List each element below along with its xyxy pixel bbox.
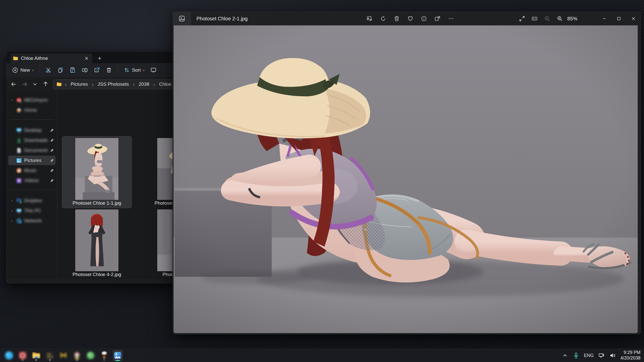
close-icon <box>631 16 636 21</box>
taskbar-clock[interactable]: 9:29 PM 4/20/2038 <box>620 350 640 361</box>
more-button[interactable] <box>446 14 456 24</box>
sidebar-item-megasync[interactable]: › MEGAsync <box>8 95 56 105</box>
cut-button[interactable] <box>43 65 54 75</box>
rename-button[interactable]: A <box>79 65 90 75</box>
sidebar-item-label: Home <box>24 107 54 113</box>
sidebar-item-label: Pictures <box>24 158 48 163</box>
recent-locations-button[interactable] <box>30 80 39 88</box>
file-tile-photoset-chloe-4-2[interactable]: Photoset Chloe 4-2.jpg <box>62 208 132 279</box>
taskbar-app-file-explorer[interactable] <box>31 350 41 361</box>
share-button[interactable] <box>92 65 102 75</box>
tray-chevron-up-icon[interactable] <box>562 352 568 359</box>
expand-chevron-icon[interactable]: › <box>10 219 14 223</box>
taskbar-app-beer[interactable] <box>99 350 109 361</box>
photos-toolbar <box>365 12 456 25</box>
toolbar-separator <box>39 66 40 74</box>
plus-circle-icon <box>12 67 18 73</box>
sidebar-item-label: Music <box>24 168 48 173</box>
network-icon[interactable] <box>598 352 605 359</box>
delete-button[interactable] <box>104 65 114 75</box>
pin-icon <box>50 158 54 163</box>
sidebar-item-home[interactable]: Home <box>8 105 56 115</box>
sidebar-item-label: Desktop <box>24 127 48 133</box>
m-app-icon <box>59 351 68 360</box>
new-tab-button[interactable]: + <box>96 55 103 62</box>
edit-image-icon <box>367 16 373 22</box>
file-tile-photoset-chloe-1-1[interactable]: Photoset Chloe 1-1.jpg <box>62 137 132 208</box>
minimize-icon <box>601 16 607 21</box>
sidebar-item-music[interactable]: Music <box>8 166 56 175</box>
expand-chevron-icon[interactable]: › <box>10 199 14 203</box>
new-button-label: New <box>20 67 30 73</box>
sidebar-item-network[interactable]: › Network <box>8 216 56 225</box>
pin-icon <box>50 168 54 173</box>
file-thumbnail <box>75 138 118 200</box>
edit-image-button[interactable] <box>365 14 375 24</box>
photos-titlebar[interactable]: Photoset Chloe 2-1.jpg 85% <box>173 12 641 25</box>
minimize-button[interactable] <box>597 12 612 25</box>
heart-icon <box>407 16 413 22</box>
red-app-icon <box>18 351 27 360</box>
sidebar-item-desktop[interactable]: Desktop <box>8 125 56 135</box>
photo-viewport[interactable] <box>174 25 638 333</box>
sort-button[interactable]: Sort ˅ <box>122 65 147 75</box>
paste-button[interactable] <box>67 65 78 75</box>
breadcrumb-pictures[interactable]: Pictures <box>70 81 89 87</box>
running-indicator <box>76 359 78 361</box>
sidebar-item-videos[interactable]: Videos <box>8 176 56 185</box>
fit-to-window-button[interactable] <box>517 14 527 24</box>
view-button[interactable] <box>148 65 159 75</box>
explorer-tab-chloe-aithne[interactable]: Chloe Aithne ✕ <box>10 54 92 63</box>
expand-chevron-icon[interactable]: › <box>10 98 14 102</box>
actual-size-button[interactable] <box>530 14 540 24</box>
forward-button[interactable] <box>20 80 29 88</box>
svg-text:DS: DS <box>47 353 51 356</box>
volume-icon[interactable] <box>609 352 616 359</box>
breadcrumb-2038[interactable]: 2038 <box>138 81 150 87</box>
rotate-button[interactable] <box>378 14 388 24</box>
sidebar-item-documents[interactable]: Documents <box>8 146 56 155</box>
music-icon <box>16 167 22 174</box>
tab-label: Chloe Aithne <box>21 56 81 61</box>
running-indicator <box>103 359 105 361</box>
delete-button[interactable] <box>392 14 402 24</box>
back-button[interactable] <box>9 80 18 88</box>
maximize-icon <box>616 16 622 21</box>
maximize-button[interactable] <box>612 12 626 25</box>
taskbar-app-character[interactable] <box>72 350 82 361</box>
sidebar-item-label: Videos <box>24 178 48 183</box>
zoom-in-button[interactable] <box>555 14 565 24</box>
zoom-level: 85% <box>567 16 577 22</box>
blue-circle-app-icon <box>4 351 14 360</box>
address-bar[interactable]: › Pictures › JSS Photosets › 2038 › Chlo… <box>53 79 179 89</box>
arrow-up-icon <box>42 81 49 87</box>
info-button[interactable] <box>419 14 429 24</box>
up-button[interactable] <box>41 80 50 88</box>
taskbar-app-red[interactable] <box>18 350 28 361</box>
photos-app-icon <box>179 15 185 22</box>
favorite-button[interactable] <box>405 14 415 24</box>
ds-app-icon: DSDVS <box>45 351 55 360</box>
breadcrumb-jss-photosets[interactable]: JSS Photosets <box>97 81 130 87</box>
share-button[interactable] <box>432 14 442 24</box>
taskbar-app-photos[interactable] <box>113 350 123 361</box>
taskbar-app-blue-circle[interactable] <box>4 350 14 361</box>
documents-icon <box>16 147 22 154</box>
copy-button[interactable] <box>55 65 66 75</box>
tab-close-icon[interactable]: ✕ <box>83 55 90 62</box>
sidebar-item-dropbox[interactable]: › Dropbox <box>8 196 56 205</box>
taskbar-app-ds[interactable]: DSDVS <box>45 350 55 361</box>
new-button[interactable]: New ˅ <box>10 65 36 75</box>
sidebar-item-pictures[interactable]: Pictures <box>8 156 56 165</box>
sidebar-item-downloads[interactable]: Downloads <box>8 135 56 145</box>
taskbar-app-m[interactable] <box>58 350 68 361</box>
taskbar-app-green-circle[interactable] <box>86 350 96 361</box>
microphone-icon[interactable] <box>573 352 579 359</box>
photos-app-icon-area[interactable] <box>173 12 191 25</box>
file-thumbnail <box>75 209 118 271</box>
language-indicator[interactable]: ENG <box>584 353 594 358</box>
zoom-out-button[interactable] <box>542 14 552 24</box>
expand-chevron-icon[interactable]: › <box>10 209 14 213</box>
sidebar-item-this-pc[interactable]: › This PC <box>8 206 56 215</box>
close-button[interactable] <box>626 12 641 25</box>
